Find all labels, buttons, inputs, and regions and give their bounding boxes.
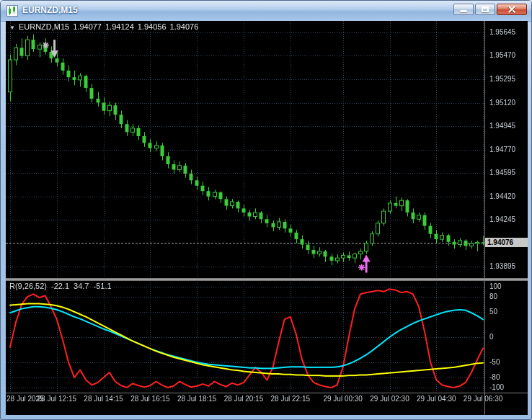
price-axis-label: 1.93895: [489, 262, 515, 270]
indicator-axis-label: 80: [489, 292, 497, 300]
close-button[interactable]: [497, 4, 527, 15]
time-axis-label: 28 Jul 12:15: [37, 395, 77, 403]
price-axis-label: 1.95470: [489, 51, 515, 59]
indicator-axis-label: -100: [489, 383, 504, 391]
time-axis-label: 28 Jul 22:15: [271, 395, 311, 403]
ohlc-high: 1.94124: [105, 22, 134, 31]
panel-separator[interactable]: [6, 278, 528, 281]
time-axis-label: 28 Jul 20:15: [224, 395, 264, 403]
titlebar[interactable]: EURNZD,M15: [1, 1, 531, 22]
time-axis-label: 28 Jul 18:15: [177, 395, 217, 403]
time-axis-label: 29 Jul 02:30: [370, 395, 409, 403]
time-axis-label: 29 Jul 06:30: [464, 395, 503, 403]
time-axis[interactable]: 28 Jul 202528 Jul 12:1528 Jul 14:1528 Ju…: [6, 21, 528, 415]
time-axis-label: 28 Jul 14:15: [84, 395, 123, 403]
price-axis-label: 1.95295: [489, 75, 515, 83]
ohlc-open: 1.94077: [73, 22, 102, 31]
app-icon: [6, 5, 18, 17]
ohlc-symbol: EURNZD,M15: [19, 22, 69, 31]
minimize-icon: [461, 10, 467, 12]
axis-vertical-separator: [484, 21, 485, 415]
indicator-value-r52: -51.1: [93, 282, 111, 290]
price-axis-label: 1.94595: [489, 169, 515, 177]
chart-dropdown-icon[interactable]: ▼: [9, 24, 15, 31]
price-axis-label: 1.94770: [489, 146, 515, 153]
time-axis-separator: [6, 393, 528, 393]
indicator-name: R(9,26,52): [9, 282, 47, 290]
mt4-chart-window: EURNZD,M15 ▼EURNZD,M151.940771.941241.94…: [0, 0, 532, 420]
price-axis-label: 1.95120: [489, 99, 515, 107]
time-axis-label: 28 Jul 16:15: [130, 395, 170, 403]
minimize-button[interactable]: [453, 4, 474, 15]
indicator-axis-label: 100: [489, 282, 502, 290]
indicator-value-r26: 34.7: [74, 282, 89, 290]
maximize-button[interactable]: [475, 4, 495, 15]
price-axis-label: 1.94420: [489, 192, 515, 200]
price-axis-label: 1.94945: [489, 122, 515, 130]
indicator-value-r9: -22.1: [51, 282, 69, 290]
maximize-icon: [482, 6, 489, 12]
bid-price-tag: 1.94076: [485, 238, 528, 247]
window-title: EURNZD,M15: [22, 1, 78, 21]
indicator-info: R(9,26,52)-22.134.7-51.1: [9, 282, 116, 290]
ohlc-low: 1.94056: [138, 22, 167, 31]
ohlc-close: 1.94076: [170, 22, 199, 31]
price-axis-label: 1.95645: [489, 28, 515, 36]
time-axis-label: 29 Jul 04:30: [417, 395, 456, 403]
chart-client-area: ▼EURNZD,M151.940771.941241.940561.94076 …: [6, 21, 528, 415]
indicator-axis-label: 0: [489, 333, 494, 341]
window-controls: [453, 4, 527, 15]
indicator-axis-label: -50: [489, 358, 500, 366]
indicator-axis-label: -80: [489, 373, 500, 381]
price-axis-label: 1.94245: [489, 215, 515, 223]
time-axis-label: 29 Jul 00:30: [323, 395, 363, 403]
indicator-axis-label: 50: [489, 308, 497, 316]
close-icon: [507, 5, 516, 14]
ohlc-info: ▼EURNZD,M151.940771.941241.940561.94076: [9, 22, 202, 31]
